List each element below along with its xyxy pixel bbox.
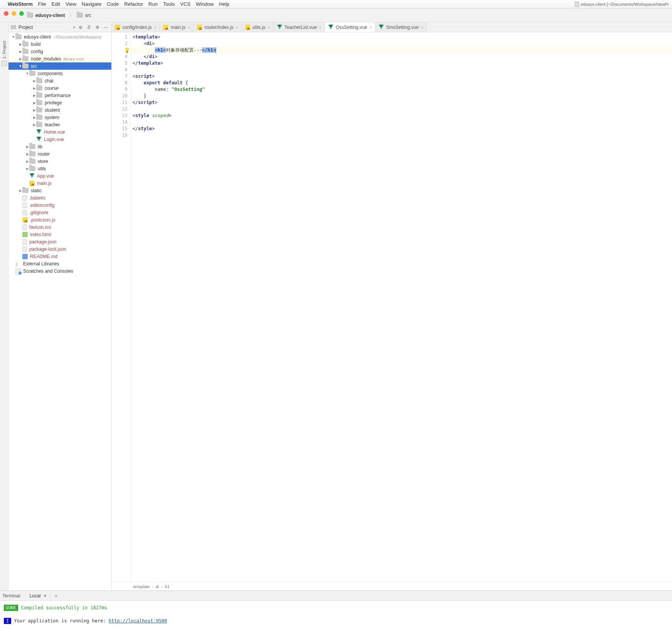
macos-menubar: WebStorm FileEditViewNavigateCodeRefacto… <box>0 0 672 8</box>
menu-navigate[interactable]: Navigate <box>82 1 101 7</box>
menu-vcs[interactable]: VCS <box>180 1 191 7</box>
menu-code[interactable]: Code <box>107 1 119 7</box>
menu-file[interactable]: File <box>38 1 46 7</box>
file-icon <box>575 2 579 7</box>
window-project-tag: edusys-client [~/Documents/Workspace/Ide… <box>575 2 669 7</box>
menu-view[interactable]: View <box>65 1 76 7</box>
menu-window[interactable]: Window <box>196 1 214 7</box>
menu-edit[interactable]: Edit <box>52 1 60 7</box>
menu-run[interactable]: Run <box>149 1 158 7</box>
menu-help[interactable]: Help <box>219 1 230 7</box>
app-name: WebStorm <box>8 1 33 7</box>
menu-tools[interactable]: Tools <box>163 1 174 7</box>
menu-refactor[interactable]: Refactor <box>124 1 143 7</box>
